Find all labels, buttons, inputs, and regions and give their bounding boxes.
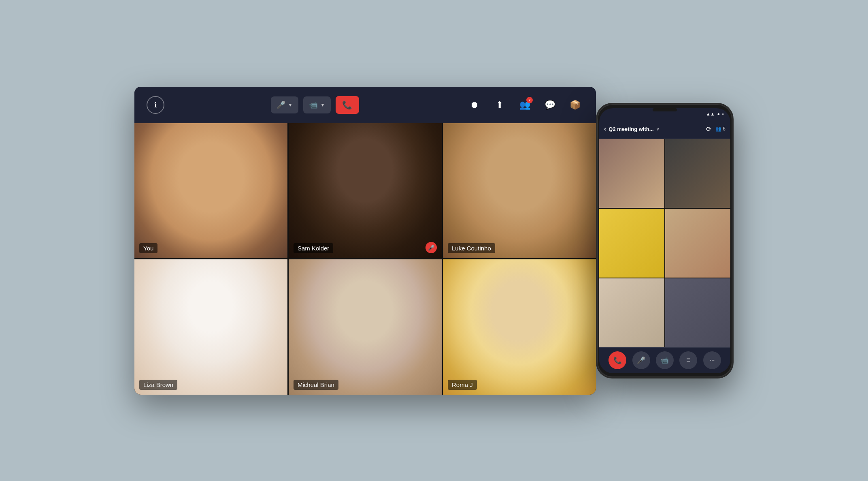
phone-header-left: ‹ Q2 meeting with... ∨ xyxy=(604,125,659,133)
phone-more-icon: ··· xyxy=(709,356,715,364)
more-options-icon: 📦 xyxy=(570,100,581,110)
info-button[interactable]: ℹ xyxy=(147,96,164,114)
toolbar-center: 🎤 ▼ 📹 ▼ 📞 xyxy=(271,96,359,114)
mic-button[interactable]: 🎤 ▼ xyxy=(271,96,298,113)
phone-mic-button[interactable]: 🎤 xyxy=(632,351,650,369)
record-icon: ⏺ xyxy=(470,100,479,110)
back-button[interactable]: ‹ xyxy=(604,125,606,133)
muted-icon-sam: 🎤 xyxy=(425,242,437,253)
chat-button[interactable]: 💬 xyxy=(541,96,559,114)
phone-camera-button[interactable]: 📹 xyxy=(656,351,674,369)
phone-captions-icon: ≡ xyxy=(686,356,690,364)
camera-button[interactable]: 📹 ▼ xyxy=(303,96,331,113)
video-cell-sam: Sam Kolder 🎤 xyxy=(289,123,442,259)
phone-cell-5 xyxy=(599,278,664,347)
participant-label-you: You xyxy=(139,243,157,253)
mobile-phone: ▲▲ ● ▪ ‹ Q2 meeting with... ∨ ⟳ 👥 6 xyxy=(596,103,734,378)
participant-label-liza: Liza Brown xyxy=(139,380,177,390)
participant-label-roma: Roma J xyxy=(448,380,477,390)
more-options-button[interactable]: 📦 xyxy=(566,96,584,114)
scene: ℹ 🎤 ▼ 📹 ▼ 📞 ⏺ xyxy=(0,0,868,481)
dropdown-icon[interactable]: ∨ xyxy=(656,127,659,131)
participants-button[interactable]: 👥 2 xyxy=(516,96,534,114)
camera-chevron: ▼ xyxy=(320,102,325,108)
desktop-app: ℹ 🎤 ▼ 📹 ▼ 📞 ⏺ xyxy=(134,87,596,395)
info-icon: ℹ xyxy=(154,100,157,109)
phone-end-call-icon: 📞 xyxy=(613,356,622,365)
phone-notch xyxy=(653,108,677,111)
record-button[interactable]: ⏺ xyxy=(466,96,483,114)
toolbar-left: ℹ xyxy=(147,96,164,114)
participant-label-micheal: Micheal Brian xyxy=(294,380,338,390)
end-call-icon: 📞 xyxy=(342,100,352,110)
mic-icon: 🎤 xyxy=(277,100,285,109)
phone-header: ‹ Q2 meeting with... ∨ ⟳ 👥 6 xyxy=(599,120,730,139)
battery-icon: ▪ xyxy=(722,111,724,116)
phone-video-grid xyxy=(599,139,730,347)
mic-chevron: ▼ xyxy=(288,102,293,108)
wifi-icon: ● xyxy=(717,111,720,116)
video-cell-liza: Liza Brown xyxy=(134,259,287,395)
end-call-button[interactable]: 📞 xyxy=(336,96,359,114)
phone-toolbar: 📞 🎤 📹 ≡ ··· xyxy=(599,347,730,373)
phone-cell-4 xyxy=(665,209,730,278)
camera-icon: 📹 xyxy=(309,100,318,109)
video-cell-you: You xyxy=(134,123,287,259)
video-cell-roma: Roma J xyxy=(443,259,596,395)
phone-mic-icon: 🎤 xyxy=(637,356,645,365)
phone-screen: ▲▲ ● ▪ ‹ Q2 meeting with... ∨ ⟳ 👥 6 xyxy=(599,108,730,373)
video-grid: You Sam Kolder 🎤 Luke Coutinho Liza Brow… xyxy=(134,123,596,395)
desktop-toolbar: ℹ 🎤 ▼ 📹 ▼ 📞 ⏺ xyxy=(134,87,596,123)
signal-icon: ▲▲ xyxy=(706,111,715,116)
phone-participants-icon: 👥 xyxy=(715,126,721,132)
phone-header-right: ⟳ 👥 6 xyxy=(706,125,725,133)
phone-camera-icon: 📹 xyxy=(660,356,669,365)
phone-cell-3 xyxy=(599,209,664,278)
phone-participants-count[interactable]: 👥 6 xyxy=(715,126,725,132)
phone-participants-number: 6 xyxy=(723,126,725,132)
phone-cell-2 xyxy=(665,139,730,208)
participants-badge: 2 xyxy=(526,97,533,103)
participant-label-sam: Sam Kolder xyxy=(294,243,333,253)
meeting-title: Q2 meeting with... xyxy=(608,126,653,132)
participant-label-luke: Luke Coutinho xyxy=(448,243,495,253)
screen-share-button[interactable]: ⬆ xyxy=(491,96,508,114)
phone-captions-button[interactable]: ≡ xyxy=(679,351,697,369)
chat-icon: 💬 xyxy=(545,100,555,110)
phone-cell-1 xyxy=(599,139,664,208)
phone-more-button[interactable]: ··· xyxy=(703,351,721,369)
toolbar-right: ⏺ ⬆ 👥 2 💬 📦 xyxy=(466,96,584,114)
phone-timer-icon[interactable]: ⟳ xyxy=(706,125,711,133)
video-cell-luke: Luke Coutinho xyxy=(443,123,596,259)
phone-cell-6 xyxy=(665,278,730,347)
video-cell-micheal: Micheal Brian xyxy=(289,259,442,395)
screen-share-icon: ⬆ xyxy=(496,100,503,110)
phone-end-call-button[interactable]: 📞 xyxy=(608,351,626,369)
